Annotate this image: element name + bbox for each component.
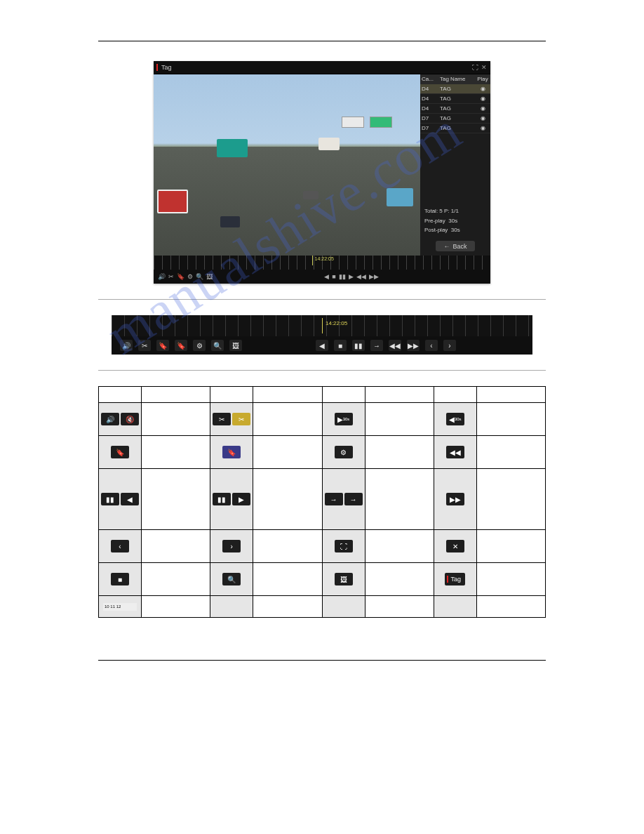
divider-2 (98, 370, 546, 371)
pause-icon: ▮▮ (213, 493, 231, 505)
reverse-30s-icon: ◀30s (446, 413, 464, 425)
play-icon[interactable]: ◉ (475, 84, 490, 93)
pause-icon[interactable]: ▮▮ (352, 340, 365, 351)
play-icon[interactable]: ▶ (349, 273, 354, 280)
fullscreen-icon: ⛶ (335, 540, 353, 552)
window-controls[interactable]: ⛶ ✕ (471, 64, 488, 71)
player-controls: 🔊 ✂ 🔖 ⚙ 🔍 🖼 ◀ ■ ▮▮ ▶ ◀◀ ▶▶ (154, 270, 490, 284)
stop-clip-icon: ✂ (232, 413, 250, 425)
tag-row[interactable]: D7 TAG ◉ (420, 114, 490, 124)
capture-icon[interactable]: 🖼 (206, 273, 213, 280)
zoom-icon[interactable]: 🔍 (211, 340, 224, 351)
tag-row[interactable]: D4 TAG ◉ (420, 94, 490, 104)
progress-bar-icon: 10 11 12 (103, 603, 137, 611)
tag-playback-window: Tag ⛶ ✕ Ca... Ta (154, 61, 490, 284)
stop-icon[interactable]: ■ (334, 340, 347, 351)
bottom-divider (98, 660, 546, 661)
stop-icon[interactable]: ■ (332, 273, 335, 280)
capture-icon[interactable]: 🖼 (229, 340, 242, 351)
play-icon[interactable]: ◉ (475, 114, 490, 123)
gear-icon[interactable]: ⚙ (187, 273, 193, 280)
player-titlebar: Tag ⛶ ✕ (154, 61, 490, 74)
timeline-time: 14:22:05 (315, 256, 334, 261)
th-button (99, 387, 142, 403)
col-play: Play (475, 74, 490, 84)
tag-management-icon: ⚙ (335, 446, 353, 458)
play-icon[interactable]: ◉ (475, 104, 490, 113)
next-icon[interactable]: › (443, 340, 456, 351)
tag-side-panel: Ca... Tag Name Play D4 TAG ◉ D4 TAG ◉ (420, 74, 490, 256)
fast-icon[interactable]: ▶▶ (369, 273, 379, 280)
preplay-value[interactable]: 30s (448, 218, 457, 224)
forward-30s-icon: ▶30s (335, 413, 353, 425)
slow-icon[interactable]: ◀◀ (389, 340, 401, 351)
audio-on-icon: 🔊 (101, 413, 119, 425)
play-icon: ▶ (232, 493, 250, 505)
player-title: Tag (161, 64, 172, 71)
custom-tag-icon: 🔖 (222, 446, 241, 458)
top-divider (98, 41, 546, 41)
toolbar-description-table: 🔊🔇 ✂✂ ▶30s ◀30s 🔖 🔖 (98, 386, 546, 618)
fast-icon[interactable]: ▶▶ (407, 340, 420, 351)
preplay-label: Pre-play (424, 218, 445, 224)
exit-icon: ✕ (446, 540, 464, 552)
col-camera: Ca... (420, 74, 438, 84)
tag-list-table: Ca... Tag Name Play D4 TAG ◉ D4 TAG ◉ (420, 74, 490, 133)
slow-icon[interactable]: ◀◀ (356, 273, 366, 280)
previous-icon: ‹ (111, 540, 129, 552)
video-viewport (154, 74, 420, 256)
zoom-icon[interactable]: 🔍 (196, 273, 203, 280)
divider-1 (98, 299, 546, 300)
tag-icon[interactable]: 🔖 (156, 340, 169, 351)
toolbar-timeline[interactable]: 14:22:05 (112, 315, 532, 336)
tag-row[interactable]: D7 TAG ◉ (420, 124, 490, 133)
mute-icon[interactable]: 🔊 (120, 340, 133, 351)
tag-icon[interactable]: 🔖 (177, 273, 185, 280)
col-tagname: Tag Name (438, 74, 475, 84)
toolbar-figure: 14:22:05 🔊 ✂ 🔖 🔖 ⚙ 🔍 🖼 ◀ ■ ▮▮ → ◀◀ ▶▶ ‹ … (112, 315, 532, 355)
speed-down-icon: ◀◀ (446, 446, 464, 458)
tag-row[interactable]: D4 TAG ◉ (420, 84, 490, 94)
step-icon[interactable]: → (370, 340, 383, 351)
clip-icon[interactable]: ✂ (138, 340, 151, 351)
speed-up-icon: ▶▶ (446, 493, 464, 505)
tag-row[interactable]: D4 TAG ◉ (420, 104, 490, 114)
reverse-play-icon: ◀ (121, 493, 139, 505)
start-clip-icon: ✂ (213, 413, 231, 425)
rev-icon[interactable]: ◀ (324, 273, 329, 280)
back-button[interactable]: ← Back (436, 241, 475, 251)
play-icon[interactable]: ◉ (475, 124, 490, 133)
prev-icon[interactable]: ‹ (425, 340, 438, 351)
gear-icon[interactable]: ⚙ (193, 340, 206, 351)
player-timeline[interactable]: 14:22:05 (154, 256, 490, 270)
total-pages: Total: 5 P: 1/1 (424, 206, 486, 216)
tag-button-icon: Tag (445, 573, 465, 585)
stop-icon: ■ (111, 573, 129, 585)
tag-custom-icon[interactable]: 🔖 (175, 340, 187, 351)
postplay-label: Post-play (424, 227, 448, 233)
capture-icon: 🖼 (335, 573, 353, 585)
digital-zoom-icon: 🔍 (222, 573, 241, 585)
next-icon: › (222, 540, 241, 552)
rev-icon[interactable]: ◀ (316, 340, 328, 351)
play-icon[interactable]: ◉ (475, 94, 490, 103)
single-frame-rev-icon: → (325, 493, 343, 505)
title-accent (156, 64, 158, 71)
close-icon[interactable]: ✕ (481, 64, 488, 71)
toolbar-marker-time: 14:22:05 (326, 320, 347, 326)
postplay-value[interactable]: 30s (451, 227, 460, 233)
default-tag-icon: 🔖 (111, 446, 129, 458)
pause-icon: ▮▮ (101, 493, 119, 505)
single-frame-fwd-icon: → (344, 493, 363, 505)
clip-icon[interactable]: ✂ (168, 273, 174, 280)
pause-icon[interactable]: ▮▮ (339, 273, 346, 280)
back-arrow-icon: ← (443, 243, 450, 250)
mute-icon[interactable]: 🔊 (158, 273, 166, 280)
maximize-icon[interactable]: ⛶ (471, 64, 478, 71)
mute-icon: 🔇 (121, 413, 139, 425)
